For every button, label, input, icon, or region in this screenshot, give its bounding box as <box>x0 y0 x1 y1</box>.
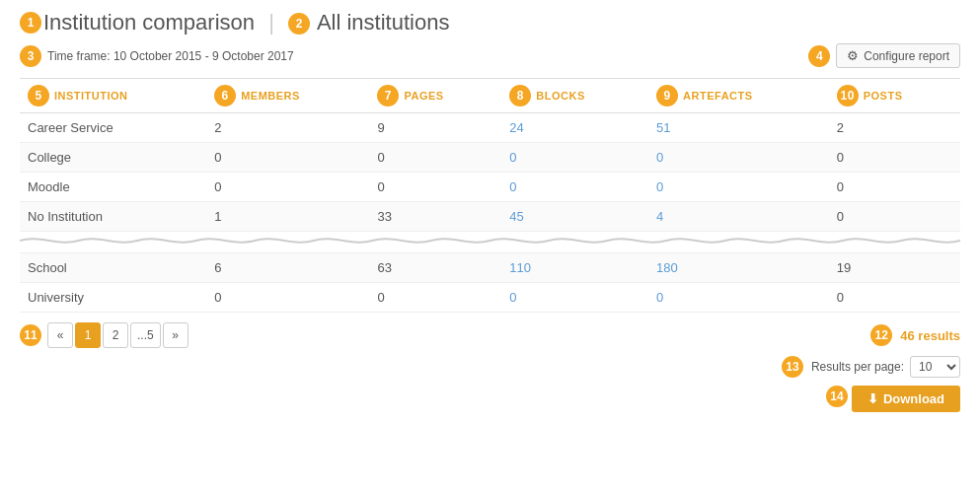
cell-blocks: 0 <box>501 173 648 202</box>
cell-artefacts: 0 <box>648 143 829 173</box>
cell-posts: 2 <box>829 113 960 143</box>
gear-icon <box>847 48 859 63</box>
table-row: No Institution 1 33 45 4 0 <box>20 202 960 232</box>
badge-12: 12 <box>870 324 892 346</box>
cell-blocks: 0 <box>501 143 648 173</box>
page-subtitle: 2 All institutions <box>288 10 449 35</box>
cell-members: 0 <box>206 143 369 173</box>
col-posts: 10 POSTS <box>829 79 960 113</box>
cell-members: 0 <box>206 283 369 313</box>
cell-blocks: 110 <box>501 253 648 283</box>
badge-3: 3 <box>20 45 41 67</box>
cell-pages: 33 <box>369 202 501 232</box>
cell-posts: 19 <box>829 253 960 283</box>
pagination-page-2[interactable]: 2 <box>103 322 128 348</box>
pagination-next[interactable]: » <box>163 322 188 348</box>
configure-button-label: Configure report <box>864 49 949 63</box>
cell-members: 0 <box>206 173 369 202</box>
table-row: Career Service 2 9 24 51 2 <box>20 113 960 143</box>
col-blocks: 8 BLOCKS <box>501 79 648 113</box>
badge-9: 9 <box>656 85 678 106</box>
configure-report-button[interactable]: Configure report <box>836 43 960 68</box>
cell-artefacts: 4 <box>648 202 829 232</box>
rpp-label: Results per page: <box>811 360 904 374</box>
cell-members: 2 <box>206 113 369 143</box>
cell-members: 6 <box>206 253 369 283</box>
results-section: 12 46 results <box>870 324 960 346</box>
badge-6: 6 <box>214 85 236 106</box>
configure-row: 4 Configure report <box>808 43 960 68</box>
pagination: « 1 2 ...5 » <box>47 322 188 348</box>
cell-posts: 0 <box>829 202 960 232</box>
download-icon <box>867 391 878 406</box>
download-label: Download <box>883 391 944 406</box>
cell-pages: 0 <box>369 173 501 202</box>
badge-5: 5 <box>28 85 49 106</box>
title-separator: | <box>268 10 274 35</box>
col-members: 6 MEMBERS <box>206 79 369 113</box>
table-row: University 0 0 0 0 0 <box>20 283 960 313</box>
table-row: School 6 63 110 180 19 <box>20 253 960 283</box>
cell-institution: No Institution <box>20 202 206 232</box>
cell-institution: University <box>20 283 206 313</box>
cell-pages: 63 <box>369 253 501 283</box>
cell-institution: Moodle <box>20 173 206 202</box>
badge-8: 8 <box>509 85 531 106</box>
badge-10: 10 <box>837 85 859 106</box>
cell-blocks: 0 <box>501 283 648 313</box>
cell-artefacts: 180 <box>648 253 829 283</box>
timeframe-label: Time frame: 10 October 2015 - 9 October … <box>47 49 294 63</box>
cell-pages: 9 <box>369 113 501 143</box>
results-count: 46 results <box>900 328 960 343</box>
results-per-page-select[interactable]: 10 20 50 100 <box>910 356 960 378</box>
badge-11: 11 <box>20 324 41 346</box>
col-artefacts: 9 ARTEFACTS <box>648 79 829 113</box>
cell-blocks: 24 <box>501 113 648 143</box>
cell-institution: School <box>20 253 206 283</box>
cell-artefacts: 51 <box>648 113 829 143</box>
cell-institution: Career Service <box>20 113 206 143</box>
pagination-section: 11 « 1 2 ...5 » <box>20 322 188 348</box>
pagination-row: 11 « 1 2 ...5 » 12 46 results <box>20 322 960 348</box>
cell-artefacts: 0 <box>648 173 829 202</box>
badge-13: 13 <box>782 356 803 378</box>
badge-2: 2 <box>288 13 310 35</box>
cell-posts: 0 <box>829 283 960 313</box>
col-institution: 5 INSTITUTION <box>20 79 206 113</box>
download-row: 14 Download <box>20 386 960 412</box>
rpp-row: 13 Results per page: 10 20 50 100 <box>20 356 960 378</box>
cell-members: 1 <box>206 202 369 232</box>
cell-artefacts: 0 <box>648 283 829 313</box>
cell-posts: 0 <box>829 173 960 202</box>
pagination-page-ellipsis[interactable]: ...5 <box>130 322 161 348</box>
download-button[interactable]: Download <box>852 386 960 412</box>
cell-pages: 0 <box>369 283 501 313</box>
cell-institution: College <box>20 143 206 173</box>
badge-1: 1 <box>20 12 41 34</box>
cell-posts: 0 <box>829 143 960 173</box>
timeframe-row: 3 Time frame: 10 October 2015 - 9 Octobe… <box>20 45 294 67</box>
col-pages: 7 PAGES <box>369 79 501 113</box>
cell-pages: 0 <box>369 143 501 173</box>
cell-blocks: 45 <box>501 202 648 232</box>
table-header-row: 5 INSTITUTION 6 MEMBERS 7 PAGES 8 <box>20 79 960 113</box>
subheader-row: 3 Time frame: 10 October 2015 - 9 Octobe… <box>20 43 960 68</box>
badge-14: 14 <box>826 386 848 407</box>
pagination-first[interactable]: « <box>47 322 73 348</box>
table-row: College 0 0 0 0 0 <box>20 143 960 173</box>
page-title-main: Institution comparison <box>43 10 255 35</box>
pagination-page-1[interactable]: 1 <box>75 322 101 348</box>
badge-4: 4 <box>808 45 830 67</box>
table-row: Moodle 0 0 0 0 0 <box>20 173 960 202</box>
badge-7: 7 <box>377 85 399 106</box>
squiggly-divider <box>20 232 960 253</box>
page-header: 1 Institution comparison | 2 All institu… <box>20 10 960 35</box>
page-title: Institution comparison | 2 All instituti… <box>43 10 449 35</box>
data-table: 5 INSTITUTION 6 MEMBERS 7 PAGES 8 <box>20 78 960 313</box>
